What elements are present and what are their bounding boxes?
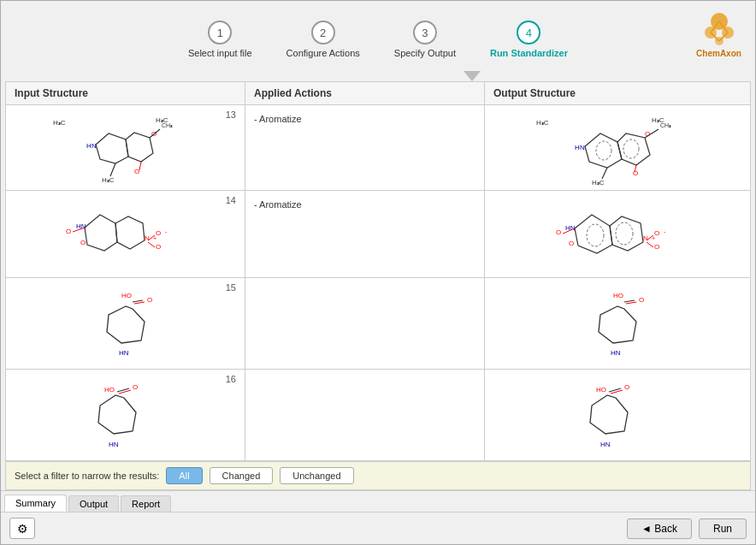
row-number-15: 15 xyxy=(226,282,236,293)
molecule-input-13: H₃C H₃C N H H₃C O xyxy=(13,112,238,189)
header-actions: Applied Actions xyxy=(245,82,485,104)
input-cell-13: 13 H₃C H₃C N H xyxy=(6,105,245,196)
header-input: Input Structure xyxy=(6,82,245,104)
svg-text:O: O xyxy=(80,239,86,246)
svg-line-67 xyxy=(134,302,145,304)
chemaxon-logo: ChemAxon xyxy=(691,5,747,61)
svg-text:O: O xyxy=(156,243,161,251)
bottom-left: ⚙ xyxy=(9,518,35,539)
logo-text: ChemAxon xyxy=(696,49,741,58)
svg-text:N: N xyxy=(580,144,585,151)
svg-text:N: N xyxy=(643,234,648,242)
wizard-step-1[interactable]: 1 Select input file xyxy=(188,21,252,58)
svg-text:-: - xyxy=(664,228,666,234)
svg-point-25 xyxy=(596,141,611,160)
header-output: Output Structure xyxy=(485,82,750,104)
svg-marker-74 xyxy=(599,306,636,343)
actions-cell-16 xyxy=(245,370,485,461)
svg-text:N: N xyxy=(145,234,150,242)
svg-text:O: O xyxy=(147,296,152,304)
svg-text:H: H xyxy=(575,144,580,151)
table-row: 13 H₃C H₃C N H xyxy=(6,105,750,191)
filter-all-button[interactable]: All xyxy=(166,467,202,484)
row-number-14: 14 xyxy=(226,195,236,205)
svg-text:HO: HO xyxy=(104,386,115,394)
molecule-input-16: HO O HN xyxy=(13,376,238,461)
svg-text:O: O xyxy=(133,383,138,391)
step-circle-3: 3 xyxy=(413,21,437,44)
svg-text:O: O xyxy=(134,168,139,175)
svg-text:-: - xyxy=(165,228,168,234)
svg-marker-36 xyxy=(85,215,117,251)
action-text-13: - Aromatize xyxy=(254,114,302,124)
svg-text:O: O xyxy=(624,383,629,391)
wizard-step-2[interactable]: 2 Configure Actions xyxy=(286,21,360,58)
svg-text:CH₃: CH₃ xyxy=(162,122,173,128)
svg-point-52 xyxy=(616,222,633,245)
svg-marker-23 xyxy=(585,133,622,168)
tab-report[interactable]: Report xyxy=(121,495,171,512)
svg-line-46 xyxy=(148,242,155,247)
svg-line-20 xyxy=(139,162,141,170)
table-header: Input Structure Applied Actions Output S… xyxy=(6,82,750,105)
table-row: 16 HO O HN xyxy=(6,370,750,461)
tabs-bar: Summary Output Report xyxy=(1,490,755,512)
output-cell-15: HO O HN xyxy=(485,278,750,377)
step-circle-2: 2 xyxy=(311,21,335,44)
molecule-output-14: HN O O N O O + - xyxy=(492,198,743,279)
tab-output[interactable]: Output xyxy=(68,495,119,512)
wizard-arrow-row xyxy=(1,71,755,81)
output-cell-14: HN O O N O O + - xyxy=(485,191,750,286)
svg-text:H₃C: H₃C xyxy=(102,176,115,184)
svg-line-73 xyxy=(626,302,636,304)
filter-changed-button[interactable]: Changed xyxy=(210,467,274,484)
output-cell-13: H₃C H₃C N H H₃C O xyxy=(485,105,750,196)
svg-line-66 xyxy=(133,300,143,302)
table-body: 13 H₃C H₃C N H xyxy=(6,105,750,461)
svg-text:H₃C: H₃C xyxy=(592,179,605,187)
svg-text:O: O xyxy=(633,169,638,177)
molecule-output-13: H₃C H₃C N H H₃C O xyxy=(492,112,743,189)
svg-text:H₃C: H₃C xyxy=(536,119,549,127)
svg-text:HN: HN xyxy=(109,441,119,448)
app-container: 1 Select input file 2 Configure Actions … xyxy=(0,0,756,545)
settings-button[interactable]: ⚙ xyxy=(9,518,35,539)
back-button[interactable]: ◄ Back xyxy=(627,518,692,539)
svg-line-29 xyxy=(602,168,607,179)
bottom-right: ◄ Back Run xyxy=(627,518,747,539)
table-row: 14 HN O O xyxy=(6,191,750,278)
filter-unchanged-button[interactable]: Unchanged xyxy=(280,467,353,484)
svg-line-14 xyxy=(110,163,115,176)
svg-text:H₃C: H₃C xyxy=(53,119,66,127)
wizard-step-4[interactable]: 4 Run Standardizer xyxy=(490,21,568,58)
svg-text:N: N xyxy=(92,142,97,150)
settings-icon: ⚙ xyxy=(17,522,28,536)
row-number-16: 16 xyxy=(226,374,236,384)
svg-text:O: O xyxy=(556,228,561,236)
svg-marker-86 xyxy=(590,395,628,434)
svg-point-26 xyxy=(623,139,639,158)
svg-text:O: O xyxy=(639,296,644,304)
molecule-input-15: HO O HN xyxy=(13,285,238,370)
svg-marker-49 xyxy=(575,215,612,253)
svg-text:HO: HO xyxy=(613,292,623,299)
svg-line-72 xyxy=(624,300,635,302)
table-row: 15 HO O HN xyxy=(6,278,750,370)
filter-label: Select a filter to narrow the results: xyxy=(15,471,159,481)
svg-text:H: H xyxy=(86,142,92,150)
wizard-header: 1 Select input file 2 Configure Actions … xyxy=(1,1,755,71)
actions-cell-14: - Aromatize xyxy=(245,191,485,286)
actions-cell-13: - Aromatize xyxy=(245,105,485,196)
input-cell-15: 15 HO O HN xyxy=(6,278,245,377)
row-number-13: 13 xyxy=(226,110,236,120)
tab-summary[interactable]: Summary xyxy=(4,495,67,512)
step-label-4: Run Standardizer xyxy=(490,48,568,58)
svg-text:HN: HN xyxy=(611,349,621,357)
actions-cell-15 xyxy=(245,278,485,377)
wizard-step-3[interactable]: 3 Specify Output xyxy=(394,21,456,58)
molecule-output-15: HO O HN xyxy=(492,285,743,370)
run-button[interactable]: Run xyxy=(699,518,747,539)
svg-text:O: O xyxy=(654,243,659,251)
svg-marker-37 xyxy=(115,216,145,249)
logo-svg xyxy=(698,9,741,47)
